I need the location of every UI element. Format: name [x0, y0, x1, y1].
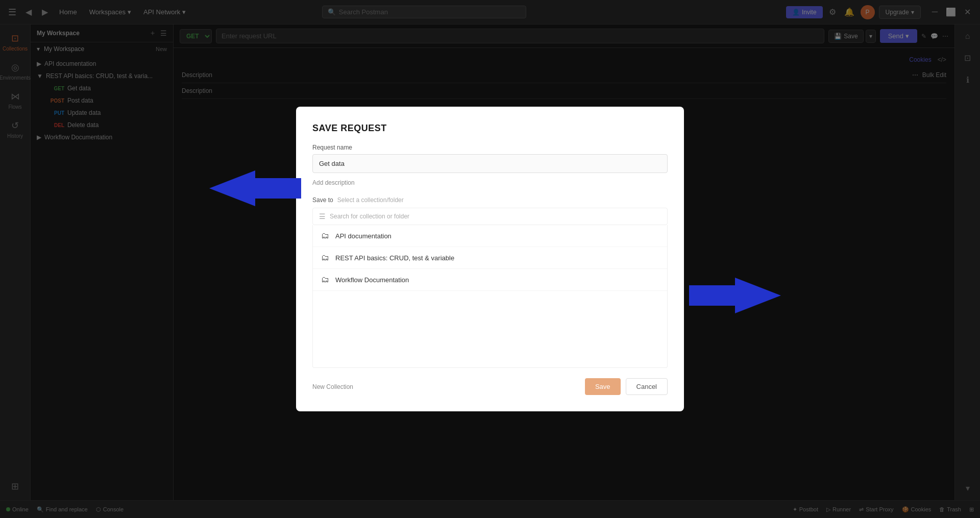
search-collection-box[interactable]: ☰ Search for collection or folder [312, 208, 668, 225]
save-to-row: Save to Select a collection/folder [312, 196, 668, 204]
modal-overlay[interactable]: SAVE REQUEST Request name Add descriptio… [0, 0, 980, 518]
modal-title: SAVE REQUEST [312, 123, 668, 134]
modal-save-button[interactable]: Save [585, 378, 621, 395]
footer-buttons: Save Cancel [585, 378, 668, 395]
modal-cancel-button[interactable]: Cancel [626, 378, 668, 395]
save-to-placeholder: Select a collection/folder [337, 196, 404, 204]
new-collection-button[interactable]: New Collection [312, 383, 353, 390]
add-description-link[interactable]: Add description [312, 179, 668, 186]
collection-item-rest-api[interactable]: 🗂 REST API basics: CRUD, test & variable [313, 247, 667, 269]
collection-folder-icon: 🗂 [321, 253, 329, 262]
arrow-annotation-1 [204, 168, 306, 209]
collection-folder-icon: 🗂 [321, 231, 329, 240]
request-name-input[interactable] [312, 154, 668, 173]
collection-item-api-docs[interactable]: 🗂 API documentation [313, 225, 667, 247]
collection-list: 🗂 API documentation 🗂 REST API basics: C… [312, 225, 668, 368]
collection-item-workflow[interactable]: 🗂 Workflow Documentation [313, 269, 667, 291]
request-name-label: Request name [312, 144, 668, 151]
filter-icon: ☰ [319, 212, 326, 220]
svg-marker-1 [209, 170, 301, 206]
save-request-modal: SAVE REQUEST Request name Add descriptio… [296, 107, 684, 411]
save-to-label: Save to [312, 196, 333, 204]
svg-marker-2 [689, 278, 781, 313]
modal-footer: New Collection Save Cancel [312, 378, 668, 395]
collection-folder-icon: 🗂 [321, 275, 329, 284]
arrow-annotation-2 [674, 275, 786, 316]
